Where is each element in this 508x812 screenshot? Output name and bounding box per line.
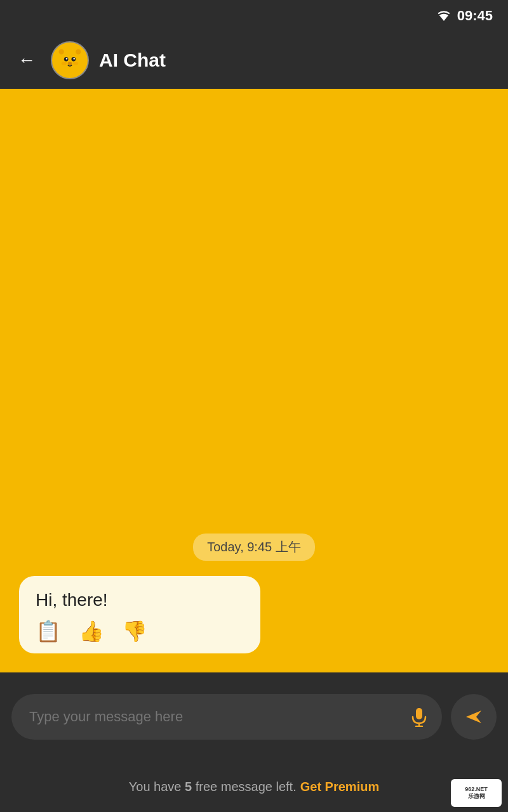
svg-point-11 <box>62 62 67 65</box>
svg-point-10 <box>68 62 72 65</box>
svg-point-9 <box>73 58 75 60</box>
watermark: 962.NET乐游网 <box>451 779 502 807</box>
page-title: AI Chat <box>99 49 166 71</box>
back-button[interactable]: ← <box>13 45 41 75</box>
copy-button[interactable]: 📋 <box>36 619 61 643</box>
svg-point-4 <box>59 49 64 55</box>
svg-point-5 <box>76 49 81 55</box>
avatar <box>51 41 89 79</box>
ai-message-bubble: Hi, there! 📋 👍 👎 <box>19 576 260 653</box>
wifi-icon <box>437 11 451 21</box>
free-count: 5 <box>185 780 192 794</box>
timestamp-bubble: Today, 9:45 上午 <box>193 534 314 561</box>
status-bar: 09:45 <box>0 0 508 32</box>
send-button[interactable] <box>451 694 497 740</box>
send-icon <box>464 707 484 727</box>
bottom-bar: You have 5 free message left. Get Premiu… <box>0 761 508 812</box>
get-premium-link[interactable]: Get Premium <box>300 780 379 794</box>
reaction-row: 📋 👍 👎 <box>36 619 244 643</box>
status-time: 09:45 <box>457 8 493 24</box>
message-text: Hi, there! <box>36 590 244 610</box>
svg-rect-13 <box>416 708 422 719</box>
watermark-text: 962.NET乐游网 <box>465 786 488 800</box>
free-message-label: You have 5 free message left. <box>129 780 297 794</box>
avatar-icon <box>54 44 86 76</box>
thumbs-up-button[interactable]: 👍 <box>79 619 104 643</box>
input-area <box>0 672 508 761</box>
header: ← AI Chat <box>0 32 508 89</box>
mic-button[interactable] <box>409 707 429 727</box>
thumbs-down-button[interactable]: 👎 <box>122 619 147 643</box>
message-input[interactable] <box>29 709 403 725</box>
svg-point-12 <box>73 62 78 65</box>
svg-point-8 <box>66 58 68 60</box>
mic-icon <box>409 707 429 727</box>
message-input-wrapper <box>11 694 442 740</box>
chat-area: Today, 9:45 上午 Hi, there! 📋 👍 👎 <box>0 89 508 672</box>
